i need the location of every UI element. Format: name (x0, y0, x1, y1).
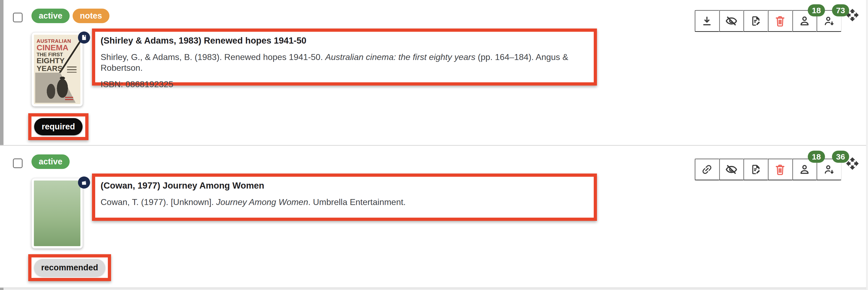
video-cover-thumbnail[interactable] (31, 178, 83, 249)
movie-icon (81, 179, 88, 186)
material-type-badge (78, 31, 90, 44)
status-badges: active (31, 154, 70, 169)
citation-row: active notes AUSTRALIAN CINEMA THE FIRST… (0, 0, 868, 146)
notes-badge: notes (72, 9, 110, 23)
highlight-box-tag: recommended (28, 254, 111, 281)
status-badges: active notes (31, 9, 110, 23)
viewer-count-badge: 18 (808, 151, 825, 163)
drag-indicator-bar (0, 0, 3, 145)
scrollbar-track[interactable] (866, 0, 868, 290)
citation-text: Cowan, T. (1977). [Unknown]. Journey Amo… (100, 197, 588, 207)
highlight-box-citation: (Cowan, 1977) Journey Among Women Cowan,… (92, 174, 597, 221)
status-badge-active: active (31, 9, 70, 23)
cover-line: CINEMA (37, 44, 81, 52)
download-icon (701, 15, 713, 27)
trash-icon (774, 163, 786, 176)
highlight-box-tag: required (28, 113, 89, 140)
link-icon (701, 163, 713, 176)
hide-button[interactable] (719, 10, 744, 32)
video-cover-art (34, 180, 81, 246)
person-download-icon (823, 15, 835, 27)
material-type-badge (78, 176, 90, 188)
person-icon (798, 163, 811, 176)
viewer-count-badge: 18 (808, 4, 825, 17)
edit-button[interactable] (744, 10, 768, 32)
next-row-drag-indicator (0, 288, 3, 290)
link-button[interactable] (695, 159, 719, 180)
download-count-badge: 73 (832, 4, 849, 17)
tag-required: required (34, 118, 83, 135)
person-download-icon (823, 163, 835, 176)
book-cover-thumbnail[interactable]: AUSTRALIAN CINEMA THE FIRST EIGHTY YEARS (31, 32, 83, 107)
edit-document-icon (750, 163, 762, 176)
cover-line: EIGHTY (37, 57, 81, 65)
edit-button[interactable] (744, 159, 768, 180)
hide-button[interactable] (719, 159, 744, 180)
download-count-badge: 36 (832, 151, 849, 163)
delete-button[interactable] (768, 10, 793, 32)
person-icon (798, 15, 811, 27)
book-cover-art: AUSTRALIAN CINEMA THE FIRST EIGHTY YEARS (34, 35, 81, 104)
delete-button[interactable] (768, 159, 793, 180)
citation-source-italic: Journey Among Women (216, 197, 308, 207)
tag-recommended: recommended (34, 259, 105, 276)
isbn-text: ISBN: 0868192325 (100, 79, 588, 90)
edit-document-icon (750, 15, 762, 27)
select-item-checkbox[interactable] (13, 158, 23, 168)
item-title[interactable]: (Cowan, 1977) Journey Among Women (100, 179, 588, 192)
eye-off-icon (725, 15, 738, 27)
item-title[interactable]: (Shirley & Adams, 1983) Renewed hopes 19… (100, 34, 588, 47)
book-icon (81, 34, 88, 41)
citation-text: Shirley, G., & Adams, B. (1983). Renewed… (100, 52, 588, 73)
eye-off-icon (725, 163, 738, 176)
next-row-divider (0, 288, 868, 290)
citation-source-italic: Australian cinema: the first eighty year… (325, 52, 475, 62)
trash-icon (774, 15, 786, 27)
select-item-checkbox[interactable] (13, 12, 23, 22)
download-button[interactable] (695, 10, 719, 32)
citation-row: active recommended (Cowan, 1977) Journey… (0, 146, 868, 288)
status-badge-active: active (31, 154, 70, 169)
cover-photo (35, 72, 79, 103)
highlight-box-citation: (Shirley & Adams, 1983) Renewed hopes 19… (92, 29, 597, 86)
